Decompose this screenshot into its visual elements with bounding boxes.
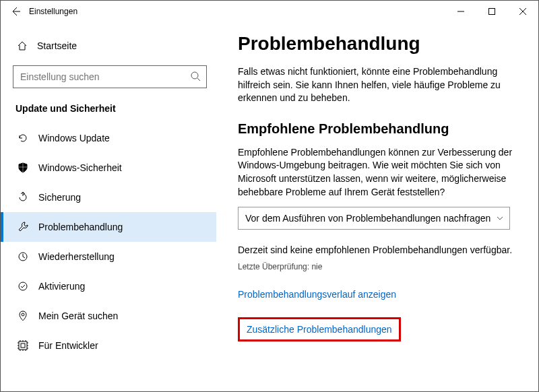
sidebar: Startseite Update und Sicherheit Windows… — [1, 22, 222, 391]
recommended-desc: Empfohlene Problembehandlungen können zu… — [238, 146, 522, 199]
sidebar-item-label: Problembehandlung — [38, 222, 123, 232]
sidebar-item-windows-security[interactable]: Windows-Sicherheit — [1, 153, 216, 183]
intro-text: Falls etwas nicht funktioniert, könnte e… — [238, 65, 522, 105]
svg-point-3 — [19, 282, 27, 290]
status-text: Derzeit sind keine empfohlenen Problembe… — [238, 244, 522, 255]
page-title: Problembehandlung — [238, 33, 522, 55]
titlebar: Einstellungen — [1, 1, 538, 22]
back-button[interactable] — [6, 6, 25, 17]
content-pane: Problembehandlung Falls etwas nicht funk… — [222, 22, 538, 391]
sidebar-item-recovery[interactable]: Wiederherstellung — [1, 242, 216, 271]
sidebar-item-backup[interactable]: Sicherung — [1, 183, 216, 212]
search-icon — [190, 71, 201, 81]
sidebar-item-label: Wiederherstellung — [38, 251, 115, 262]
sidebar-item-activation[interactable]: Aktivierung — [1, 271, 216, 301]
section-heading: Update und Sicherheit — [15, 103, 215, 114]
highlight-box: Zusätzliche Problembehandlungen — [238, 317, 401, 341]
history-link[interactable]: Problembehandlungsverlauf anzeigen — [238, 289, 522, 300]
sidebar-item-label: Windows-Sicherheit — [38, 162, 122, 173]
sidebar-item-windows-update[interactable]: Windows Update — [1, 123, 216, 153]
sidebar-item-label: Sicherung — [38, 192, 81, 203]
svg-point-1 — [191, 72, 198, 79]
sidebar-item-label: Für Entwickler — [38, 340, 98, 351]
svg-rect-6 — [21, 344, 25, 348]
policy-dropdown[interactable]: Vor dem Ausführen von Problembehandlunge… — [238, 207, 510, 230]
sidebar-item-find-device[interactable]: Mein Gerät suchen — [1, 301, 216, 331]
minimize-button[interactable] — [445, 1, 476, 22]
recommended-heading: Empfohlene Problembehandlung — [238, 121, 522, 137]
recovery-icon — [17, 251, 29, 262]
last-check-text: Letzte Überprüfung: nie — [238, 262, 522, 271]
check-icon — [17, 281, 29, 292]
svg-rect-5 — [19, 341, 27, 350]
developer-icon — [17, 340, 29, 351]
close-button[interactable] — [507, 1, 538, 22]
sidebar-item-label: Windows Update — [38, 133, 110, 143]
backup-icon — [17, 192, 29, 203]
maximize-button[interactable] — [476, 1, 507, 22]
sidebar-item-label: Mein Gerät suchen — [38, 311, 118, 321]
svg-rect-0 — [489, 9, 495, 15]
sidebar-item-troubleshoot[interactable]: Problembehandlung — [1, 212, 216, 242]
wrench-icon — [17, 222, 29, 232]
home-label: Startseite — [37, 40, 77, 51]
search-box[interactable] — [13, 65, 207, 88]
sidebar-item-label: Aktivierung — [38, 281, 85, 292]
refresh-icon — [17, 133, 29, 143]
window-title: Einstellungen — [29, 7, 77, 16]
location-icon — [17, 311, 29, 321]
search-input[interactable] — [13, 71, 206, 82]
additional-troubleshooters-link[interactable]: Zusätzliche Problembehandlungen — [247, 324, 392, 335]
sidebar-item-developer[interactable]: Für Entwickler — [1, 331, 216, 360]
shield-icon — [17, 162, 29, 173]
dropdown-value: Vor dem Ausführen von Problembehandlunge… — [245, 213, 490, 224]
home-icon — [17, 40, 28, 51]
home-link[interactable]: Startseite — [13, 38, 215, 53]
svg-point-4 — [22, 313, 24, 316]
chevron-down-icon — [496, 214, 504, 222]
